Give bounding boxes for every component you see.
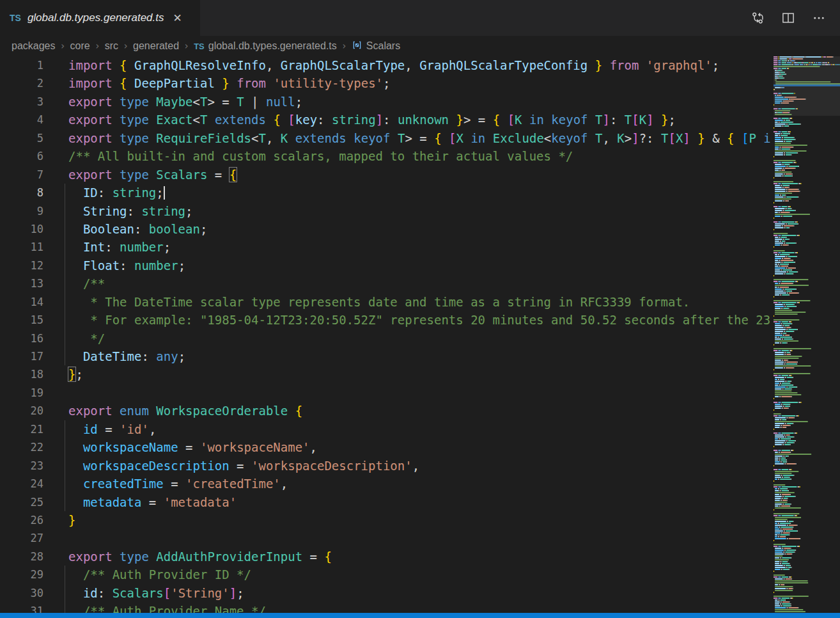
line-number[interactable]: 24 [0, 475, 58, 493]
line-number[interactable]: 9 [0, 202, 58, 220]
line-number[interactable]: 8 [0, 184, 58, 202]
breadcrumb-label: global.db.types.generated.ts [208, 40, 337, 52]
code-text: * For example: "1985-04-12T23:20:50.52Z"… [58, 311, 772, 329]
code-line[interactable]: 25 metadata = 'metadata' [0, 493, 772, 511]
line-number[interactable]: 2 [0, 74, 58, 92]
chevron-right-icon: › [60, 40, 66, 52]
code-line[interactable]: 14 * The DateTime scalar type represents… [0, 293, 772, 311]
code-line[interactable]: 28export type AddAuthProviderInput = { [0, 548, 772, 566]
line-number[interactable]: 4 [0, 111, 58, 129]
code-line[interactable]: 21 id = 'id', [0, 420, 772, 438]
line-number[interactable]: 20 [0, 402, 58, 420]
line-number[interactable]: 28 [0, 548, 58, 566]
line-number[interactable]: 29 [0, 566, 58, 583]
code-line[interactable]: 27 [0, 529, 772, 547]
code-text: export type Maybe<T> = T | null; [58, 93, 302, 111]
code-text: DateTime: any; [58, 347, 185, 365]
code-text: String: string; [58, 202, 193, 220]
code-line[interactable]: 7export type Scalars = { [0, 166, 772, 184]
code-line[interactable]: 6/** All built-in and custom scalars, ma… [0, 147, 772, 165]
line-number[interactable]: 27 [0, 529, 58, 547]
chevron-right-icon: › [95, 40, 100, 52]
code-line[interactable]: 11 Int: number; [0, 238, 772, 256]
line-number[interactable]: 23 [0, 457, 58, 475]
line-number[interactable]: 6 [0, 147, 58, 165]
code-text [58, 529, 68, 547]
code-editor[interactable]: 1import { GraphQLResolveInfo, GraphQLSca… [0, 56, 772, 618]
code-line[interactable]: 19 [0, 384, 772, 402]
open-changes-icon[interactable] [751, 11, 765, 25]
line-number[interactable]: 13 [0, 274, 58, 292]
code-text: */ [58, 329, 105, 347]
code-line[interactable]: 26} [0, 511, 772, 529]
code-line[interactable]: 16 */ [0, 329, 772, 347]
line-number[interactable]: 18 [0, 365, 58, 383]
code-line[interactable]: 10 Boolean: boolean; [0, 220, 772, 238]
line-number[interactable]: 12 [0, 257, 58, 274]
typescript-file-icon: TS [194, 42, 205, 51]
code-text: /** All built-in and custom scalars, map… [58, 147, 573, 165]
line-number[interactable]: 10 [0, 220, 58, 238]
breadcrumb-label: src [105, 40, 118, 52]
breadcrumb-item-scalars[interactable]: Scalars [352, 40, 400, 52]
code-line[interactable]: 13 /** [0, 274, 772, 292]
code-line[interactable]: 12 Float: number; [0, 257, 772, 274]
breadcrumb-item-packages[interactable]: packages [12, 40, 56, 52]
code-line[interactable]: 2import { DeepPartial } from 'utility-ty… [0, 74, 772, 92]
code-text: export type Exact<T extends { [key: stri… [58, 111, 676, 129]
line-number[interactable]: 21 [0, 420, 58, 438]
breadcrumb-label: generated [133, 40, 179, 52]
breadcrumb: packages›core›src›generated›TSglobal.db.… [0, 36, 840, 56]
code-line[interactable]: 4export type Exact<T extends { [key: str… [0, 111, 772, 129]
code-text: /** [58, 274, 105, 292]
code-line[interactable]: 17 DateTime: any; [0, 347, 772, 365]
code-text: id = 'id', [58, 420, 156, 438]
breadcrumb-label: core [70, 40, 90, 52]
breadcrumb-item-generated[interactable]: generated [133, 40, 179, 52]
more-actions-icon[interactable] [812, 11, 826, 25]
close-icon[interactable]: ✕ [173, 13, 182, 24]
code-line[interactable]: 18}; [0, 365, 772, 383]
tab-global-db-types[interactable]: TS global.db.types.generated.ts ✕ [0, 0, 200, 36]
line-number[interactable]: 22 [0, 438, 58, 456]
code-line[interactable]: 23 workspaceDescription = 'workspaceDesc… [0, 457, 772, 475]
code-text: Int: number; [58, 238, 171, 256]
code-line[interactable]: 24 createdTime = 'createdTime', [0, 475, 772, 493]
minimap[interactable] [774, 56, 840, 613]
code-line[interactable]: 15 * For example: "1985-04-12T23:20:50.5… [0, 311, 772, 329]
line-number[interactable]: 1 [0, 56, 58, 74]
code-line[interactable]: 5export type RequireFields<T, K extends … [0, 129, 772, 147]
code-line[interactable]: 9 String: string; [0, 202, 772, 220]
line-number[interactable]: 26 [0, 511, 58, 529]
line-number[interactable]: 16 [0, 329, 58, 347]
code-text: Boolean: boolean; [58, 220, 207, 238]
line-number[interactable]: 19 [0, 384, 58, 402]
line-number[interactable]: 17 [0, 347, 58, 365]
code-line[interactable]: 20export enum WorkspaceOrderable { [0, 402, 772, 420]
code-text: ID: string; [58, 184, 165, 202]
code-text: Float: number; [58, 257, 185, 274]
breadcrumb-item-src[interactable]: src [105, 40, 118, 52]
code-line[interactable]: 8 ID: string; [0, 184, 772, 202]
line-number[interactable]: 5 [0, 129, 58, 147]
code-text: metadata = 'metadata' [58, 493, 237, 511]
line-number[interactable]: 25 [0, 493, 58, 511]
chevron-right-icon: › [123, 40, 128, 52]
code-line[interactable]: 22 workspaceName = 'workspaceName', [0, 438, 772, 456]
tab-title: global.db.types.generated.ts [27, 12, 164, 24]
breadcrumb-item-core[interactable]: core [70, 40, 90, 52]
breadcrumb-item-global-db-types-generated-ts[interactable]: TSglobal.db.types.generated.ts [194, 40, 337, 52]
line-number[interactable]: 15 [0, 311, 58, 329]
line-number[interactable]: 7 [0, 166, 58, 184]
code-line[interactable]: 3export type Maybe<T> = T | null; [0, 93, 772, 111]
line-number[interactable]: 30 [0, 584, 58, 602]
code-line[interactable]: 29 /** Auth Provider ID */ [0, 566, 772, 583]
split-editor-icon[interactable] [781, 11, 795, 25]
line-number[interactable]: 14 [0, 293, 58, 311]
code-line[interactable]: 1import { GraphQLResolveInfo, GraphQLSca… [0, 56, 772, 74]
code-line[interactable]: 30 id: Scalars['String']; [0, 584, 772, 602]
code-text: workspaceName = 'workspaceName', [58, 438, 317, 456]
editor-actions [751, 0, 840, 36]
line-number[interactable]: 11 [0, 238, 58, 256]
line-number[interactable]: 3 [0, 93, 58, 111]
